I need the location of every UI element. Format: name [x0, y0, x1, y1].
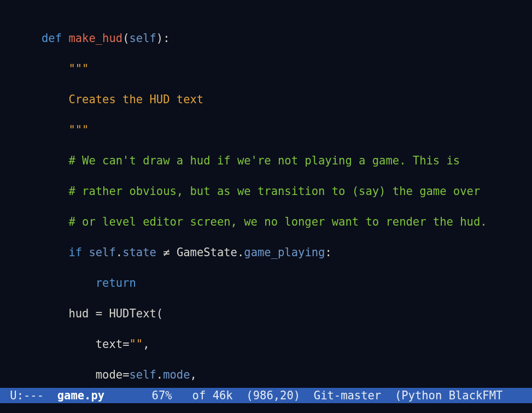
mode-line[interactable]: U:--- game.py 67% of 46k (986,20) Git-ma…: [0, 388, 532, 403]
code-line: hud = HUDText(: [0, 306, 532, 321]
minibuffer[interactable]: [0, 403, 532, 413]
code-line: """: [0, 122, 532, 138]
code-area[interactable]: def make_hud(self): """ Creates the HUD …: [0, 0, 532, 413]
code-line: # We can't draw a hud if we're not playi…: [0, 153, 532, 168]
editor-pane[interactable]: def make_hud(self): """ Creates the HUD …: [0, 0, 532, 413]
modeline-git: Git-master: [300, 389, 381, 402]
code-line: # rather obvious, but as we transition t…: [0, 184, 532, 199]
modeline-size: of 46k: [172, 389, 233, 402]
modeline-percent: 67%: [152, 389, 172, 402]
code-line: # or level editor screen, we no longer w…: [0, 214, 532, 229]
code-line: def make_hud(self):: [0, 31, 532, 46]
modeline-position: (986,20): [233, 389, 300, 402]
code-line: return: [0, 275, 532, 291]
code-line: if self.state ≠ GameState.game_playing:: [0, 245, 532, 260]
code-line: text="",: [0, 337, 532, 352]
code-line: mode=self.mode,: [0, 367, 532, 382]
code-line: Creates the HUD text: [0, 92, 532, 107]
modeline-status: U:---: [3, 389, 57, 402]
code-line: """: [0, 61, 532, 76]
modeline-filename: game.py: [57, 389, 104, 402]
modeline-modes: (Python BlackFMT: [381, 389, 502, 402]
